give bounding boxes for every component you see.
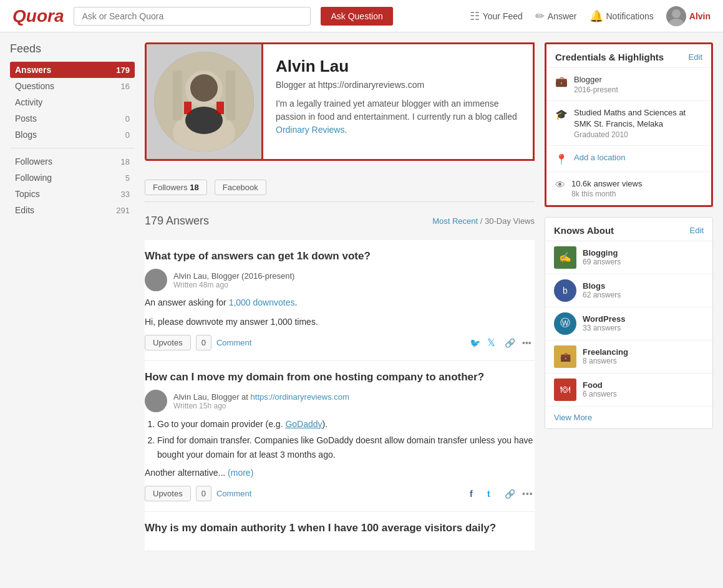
answer-extra: Hi, please downvote my answer 1,000 time…: [145, 316, 535, 329]
notifications-label: Notifications: [606, 11, 654, 21]
your-feed-label: Your Feed: [483, 11, 523, 21]
notifications-link[interactable]: 🔔 Notifications: [590, 9, 654, 23]
answer-question[interactable]: Why is my domain authority 1 when I have…: [145, 522, 535, 534]
facebook-button[interactable]: Facebook: [215, 180, 266, 195]
answer-actions: Upvotes 0 Comment f t 🔗 •••: [145, 486, 535, 501]
list-item: Find for domain transfer. Companies like…: [157, 433, 535, 461]
sidebar-item-following[interactable]: Following 5: [10, 170, 135, 186]
sidebar-item-count: 0: [125, 114, 130, 123]
freelancing-topic-image: 💼: [554, 345, 576, 368]
knows-item-wordpress[interactable]: Ⓦ WordPress 33 answers: [545, 307, 712, 340]
search-input[interactable]: [74, 7, 311, 26]
upvote-button[interactable]: Upvotes: [145, 335, 191, 350]
blogging-topic-image: ✍: [554, 246, 576, 269]
blogs-topic-image: b: [554, 279, 576, 302]
svg-point-12: [147, 282, 165, 291]
user-menu[interactable]: Alvin: [666, 6, 711, 26]
author-blog-link[interactable]: https://ordinaryreviews.com: [251, 392, 349, 402]
knows-item-food[interactable]: 🍽 Food 6 answers: [545, 374, 712, 407]
answer-link[interactable]: 1,000 downvotes: [229, 297, 295, 307]
quora-logo[interactable]: Quora: [12, 6, 64, 26]
more-options-icon[interactable]: •••: [522, 337, 535, 349]
graduation-icon: 🎓: [555, 108, 568, 120]
answer-author: Alvin Lau, Blogger (2016-present): [173, 271, 294, 281]
answer-card: Why is my domain authority 1 when I have…: [145, 512, 535, 551]
share-icon[interactable]: 🔗: [505, 337, 517, 349]
topic-count: 62 answers: [583, 291, 621, 299]
credential-content: 10.6k answer views 8k this month: [571, 178, 642, 198]
credentials-card: Credentials & Highlights Edit 💼 Blogger …: [545, 42, 713, 207]
topic-count: 69 answers: [583, 258, 621, 266]
twitter-share-icon[interactable]: 𝕏: [487, 337, 500, 349]
answer-actions: Upvotes 0 Comment 🐦 𝕏 🔗 •••: [145, 335, 535, 350]
sidebar-item-topics[interactable]: Topics 33: [10, 186, 135, 202]
twitter-share-icon[interactable]: t: [487, 488, 500, 500]
action-right: 🐦 𝕏 🔗 •••: [470, 337, 535, 349]
comment-button[interactable]: Comment: [216, 338, 251, 347]
credential-item-views: 👁 10.6k answer views 8k this month: [546, 172, 711, 205]
sidebar-divider: [10, 148, 135, 148]
sidebar-item-count: 16: [121, 82, 130, 91]
answer-card: What type of answers can get 1k down vot…: [145, 240, 535, 361]
left-sidebar: Feeds Answers 179 Questions 16 Activity …: [10, 42, 135, 551]
upvote-button[interactable]: Upvotes: [145, 486, 191, 501]
answer-extra: Another alternative... (more): [145, 466, 535, 480]
followers-button[interactable]: Followers 18: [145, 180, 207, 195]
topic-count: 6 answers: [583, 390, 617, 398]
bio-link[interactable]: Ordinary Reviews: [276, 125, 344, 135]
profile-header: Alvin Lau Blogger at https://ordinaryrev…: [145, 42, 535, 161]
godaddy-link[interactable]: GoDaddy: [285, 419, 322, 429]
topic-count: 33 answers: [583, 324, 625, 332]
facebook-share-icon[interactable]: f: [470, 488, 482, 500]
sidebar-item-blogs[interactable]: Blogs 0: [10, 127, 135, 143]
credentials-edit-link[interactable]: Edit: [689, 52, 702, 62]
sidebar-item-posts[interactable]: Posts 0: [10, 110, 135, 127]
answer-time: Written 15h ago: [173, 402, 349, 410]
sidebar-item-label: Topics: [15, 189, 40, 199]
your-feed-link[interactable]: ☷ Your Feed: [470, 9, 523, 23]
knows-item-blogging[interactable]: ✍ Blogging 69 answers: [545, 241, 712, 274]
add-location-link[interactable]: Add a location: [574, 153, 625, 162]
facebook-share-icon[interactable]: 🐦: [470, 337, 482, 349]
knows-item-blogs[interactable]: b Blogs 62 answers: [545, 274, 712, 307]
sidebar-item-label: Blogs: [15, 130, 37, 140]
location-icon: 📍: [555, 153, 568, 165]
answer-question[interactable]: What type of answers can get 1k down vot…: [145, 250, 535, 263]
comment-button[interactable]: Comment: [216, 489, 251, 498]
credential-content: Add a location: [574, 152, 625, 162]
sidebar-item-answers[interactable]: Answers 179: [10, 62, 135, 78]
answer-label: Answer: [548, 11, 577, 21]
more-options-icon[interactable]: •••: [522, 488, 535, 500]
sort-secondary: / 30-Day Views: [480, 216, 535, 226]
sidebar-item-activity[interactable]: Activity: [10, 94, 135, 110]
sidebar-item-label: Answers: [15, 65, 51, 75]
share-icon[interactable]: 🔗: [505, 488, 517, 500]
briefcase-icon: 💼: [555, 75, 568, 87]
knows-about-edit-link[interactable]: Edit: [690, 226, 704, 235]
ask-question-button[interactable]: Ask Question: [321, 7, 392, 26]
answer-author-info: Alvin Lau, Blogger (2016-present) Writte…: [173, 271, 294, 289]
svg-rect-10: [216, 102, 224, 114]
feed-icon: ☷: [470, 9, 480, 23]
topic-name: WordPress: [583, 314, 625, 324]
answer-link[interactable]: ✏ Answer: [535, 9, 577, 23]
sidebar-item-followers[interactable]: Followers 18: [10, 153, 135, 170]
read-more-link[interactable]: (more): [228, 468, 253, 478]
eye-icon: 👁: [555, 180, 565, 191]
topic-name: Blogging: [583, 248, 621, 258]
sidebar-item-label: Posts: [15, 113, 37, 123]
header: Quora Ask Question ☷ Your Feed ✏ Answer …: [0, 0, 723, 32]
view-more-link[interactable]: View More: [545, 407, 712, 428]
sort-recent-link[interactable]: Most Recent: [432, 216, 478, 226]
right-sidebar: Credentials & Highlights Edit 💼 Blogger …: [545, 42, 713, 551]
profile-avatar: [154, 52, 254, 152]
sidebar-item-questions[interactable]: Questions 16: [10, 78, 135, 94]
sidebar-nav: Answers 179 Questions 16 Activity Posts …: [10, 62, 135, 218]
answer-meta: Alvin Lau, Blogger (2016-present) Writte…: [145, 269, 535, 291]
sidebar-item-edits[interactable]: Edits 291: [10, 202, 135, 218]
sidebar-item-count: 179: [116, 65, 130, 75]
answer-avatar: [145, 390, 167, 412]
answer-question[interactable]: How can I move my domain from one hostin…: [145, 371, 535, 383]
list-item: Go to your domain provider (e.g. GoDaddy…: [157, 417, 535, 431]
knows-item-freelancing[interactable]: 💼 Freelancing 8 answers: [545, 340, 712, 374]
